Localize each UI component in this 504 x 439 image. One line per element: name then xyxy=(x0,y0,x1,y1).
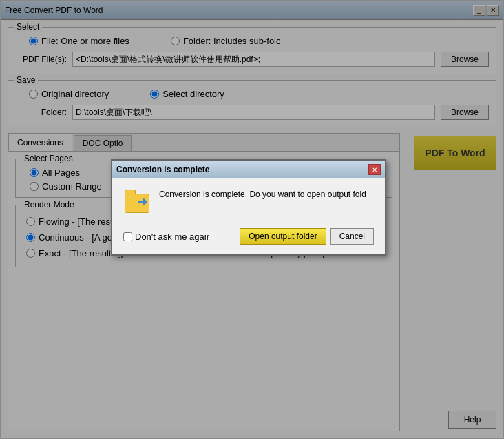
dialog-title: Conversion is complete xyxy=(116,165,209,174)
dialog-close-button[interactable]: ✕ xyxy=(368,164,381,175)
main-window: Free Convert PDF to Word _ ✕ Select File… xyxy=(0,0,504,439)
dialog-body: ➜ Conversion is complete. Do you want to… xyxy=(112,178,385,254)
dont-ask-row: Don't ask me agair xyxy=(123,232,234,242)
dialog-overlay: Conversion is complete ✕ ➜ Conversion is… xyxy=(1,1,503,438)
open-folder-button[interactable]: Open output folder xyxy=(240,228,326,245)
dialog-action-buttons: Open output folder Cancel xyxy=(240,228,374,245)
dialog-title-bar: Conversion is complete ✕ xyxy=(112,161,385,178)
dialog-message: Conversion is complete. Do you want to o… xyxy=(159,188,366,201)
arrow-icon: ➜ xyxy=(137,194,147,210)
dont-ask-checkbox[interactable] xyxy=(123,232,132,241)
conversion-complete-dialog: Conversion is complete ✕ ➜ Conversion is… xyxy=(111,159,386,256)
dialog-footer: Don't ask me agair Open output folder Ca… xyxy=(123,224,374,245)
cancel-button[interactable]: Cancel xyxy=(330,228,374,245)
dialog-message-row: ➜ Conversion is complete. Do you want to… xyxy=(123,188,374,213)
dont-ask-label: Don't ask me agair xyxy=(135,232,209,242)
folder-icon: ➜ xyxy=(123,188,151,213)
